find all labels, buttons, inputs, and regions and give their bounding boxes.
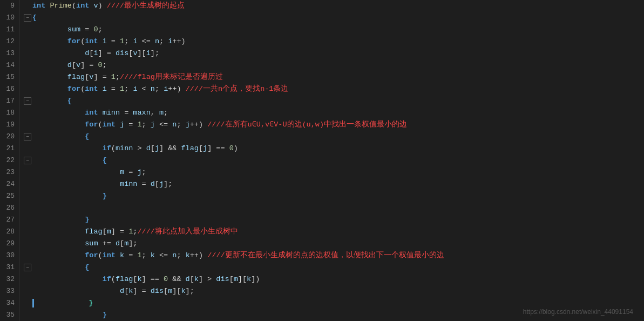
token-p: [ (85, 71, 89, 83)
token-kw: int (85, 83, 98, 95)
indent-16 (32, 83, 67, 95)
line-number-10: 10 (2, 12, 15, 24)
token-bv: dis (116, 48, 128, 59)
indent-17 (32, 95, 67, 107)
line-number-32: 32 (2, 273, 15, 285)
code-line-11: sum = 0; (24, 24, 644, 36)
token-p: ++) (172, 36, 185, 48)
token-bv: d (186, 273, 190, 285)
code-line-29: sum += d[m]; (24, 238, 644, 250)
token-bv: minn (116, 143, 133, 155)
code-line-17: − { (24, 95, 644, 107)
token-p: , (151, 107, 159, 119)
token-p: ; (142, 119, 151, 131)
token-bv: dis (151, 285, 164, 297)
token-p: = (107, 83, 120, 95)
token-kw: if (103, 273, 111, 285)
indent-30 (32, 250, 85, 262)
indent-23 (32, 166, 120, 178)
line-number-22: 22 (2, 155, 15, 166)
token-p: = (120, 107, 133, 119)
token-n: 1 (111, 71, 116, 83)
token-bv: flag (181, 143, 199, 155)
token-p: [ (151, 143, 155, 155)
code-line-20: − { (24, 131, 644, 143)
line-number-30: 30 (2, 250, 15, 262)
token-p: [ (199, 143, 203, 155)
token-bv: d (85, 48, 89, 59)
token-cr: ////在所有u∈U,v∈V-U的边(u,w)中找出一条权值最小的边 (207, 119, 407, 131)
token-p: ( (111, 273, 116, 285)
token-p: ] = (80, 59, 98, 71)
token-p (45, 0, 50, 12)
token-p: ][ (172, 285, 181, 297)
token-p: = (124, 166, 137, 178)
token-bv: v (76, 59, 80, 71)
code-editor: 9101112131415161718192021222324252627282… (0, 0, 644, 321)
token-bv: k (181, 285, 186, 297)
token-bv: d (120, 285, 124, 297)
token-kw: for (85, 119, 98, 131)
line-number-27: 27 (2, 214, 15, 226)
token-p: ; (98, 24, 103, 36)
token-bv: flag (116, 273, 133, 285)
token-cr: ////更新不在最小生成树的点的边权值，以便找出下一个权值最小的边 (207, 250, 444, 262)
line-numbers: 9101112131415161718192021222324252627282… (0, 0, 19, 321)
token-p: ]; (151, 48, 159, 59)
token-bv: v (93, 0, 98, 12)
indent-33 (32, 285, 120, 297)
line-number-29: 29 (2, 238, 15, 250)
code-line-25: } (24, 190, 644, 202)
token-p: [ (120, 238, 124, 250)
token-cr: ////将此点加入最小生成树中 (137, 226, 238, 238)
token-p: ; (177, 250, 185, 262)
line-number-25: 25 (2, 190, 15, 202)
token-bv: k (186, 250, 190, 262)
indent-31 (32, 262, 85, 273)
code-line-31: − { (24, 262, 644, 273)
token-bf: { (103, 155, 107, 166)
code-line-34: } (24, 297, 644, 309)
indent-13 (32, 48, 85, 59)
token-p: ; (164, 107, 168, 119)
token-p: ] = (111, 226, 128, 238)
line-number-20: 20 (2, 131, 15, 143)
token-bv: flag (67, 71, 85, 83)
token-n: 1 (137, 250, 141, 262)
fold-icon-20[interactable]: − (24, 133, 31, 141)
token-kw: if (103, 143, 111, 155)
fold-icon-10[interactable]: − (24, 14, 31, 22)
line-number-11: 11 (2, 24, 15, 36)
token-bv: m (168, 285, 172, 297)
line-number-26: 26 (2, 202, 15, 214)
code-line-15: flag[v] = 1;////flag用来标记是否遍历过 (24, 71, 644, 83)
line-number-31: 31 (2, 262, 15, 273)
token-p: ) (98, 0, 107, 12)
line-number-17: 17 (2, 95, 15, 107)
indent-28 (32, 226, 85, 238)
indent-34 (36, 297, 89, 309)
token-bv: m (124, 238, 128, 250)
token-cr: ////最小生成树的起点 (107, 0, 185, 12)
code-line-10: −{ (24, 12, 644, 24)
token-bv: k (128, 285, 133, 297)
token-cr: ////flag用来标记是否遍历过 (120, 71, 223, 83)
token-bv: k (247, 273, 251, 285)
fold-icon-31[interactable]: − (24, 264, 31, 271)
token-bv: d (151, 178, 155, 190)
token-p: && (168, 273, 185, 285)
fold-icon-22[interactable]: − (24, 157, 31, 164)
line-number-34: 34 (2, 297, 15, 309)
line-number-15: 15 (2, 71, 15, 83)
indent-24 (32, 178, 120, 190)
fold-icon-17[interactable]: − (24, 97, 31, 105)
indent-12 (32, 36, 67, 48)
token-n: 0 (164, 273, 168, 285)
code-line-14: d[v] = 0; (24, 59, 644, 71)
token-p (116, 250, 120, 262)
token-fn: Prime (50, 0, 72, 12)
line-number-33: 33 (2, 285, 15, 297)
token-n: 1 (120, 83, 124, 95)
token-p: ; (142, 166, 146, 178)
token-p: = (124, 250, 137, 262)
